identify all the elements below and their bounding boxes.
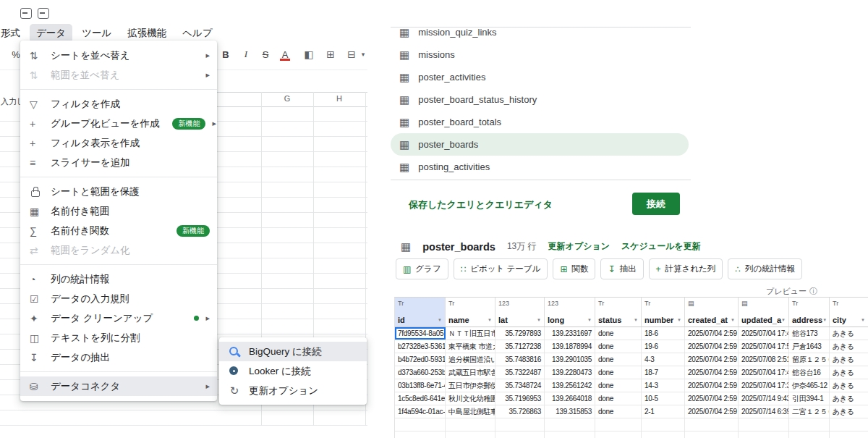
action-button-icon: + bbox=[656, 264, 661, 274]
table-detail-name: poster_boards bbox=[422, 241, 495, 253]
action-button[interactable]: ∴ 列の統計情報 bbox=[728, 258, 802, 279]
insert-icon[interactable] bbox=[20, 8, 32, 19]
cell-name: 秋川文化幼稚園 bbox=[446, 392, 495, 405]
connect-button[interactable]: 接続 bbox=[632, 193, 680, 215]
filter-icon[interactable]: ▼ bbox=[731, 318, 735, 322]
action-button[interactable]: ∷ ピボット テーブル bbox=[454, 258, 548, 279]
cell-name: ＮＴＴ旧五日市 bbox=[446, 327, 495, 340]
filter-icon[interactable]: ▼ bbox=[781, 318, 786, 322]
menu-item[interactable] bbox=[20, 89, 217, 90]
action-buttons: ▥ グラフ ∷ ピボット テーブル ⊞ 関数 ↧ 抽出 + 計算された列 bbox=[396, 258, 802, 279]
cell-status: done bbox=[595, 379, 642, 392]
list-bottom-divider bbox=[391, 180, 691, 180]
column-header[interactable]: Tr address ▼ bbox=[789, 298, 830, 327]
column-header[interactable]: ▤ created_at ▼ bbox=[685, 298, 739, 327]
data-connector-submenu: BigQuery に接続 Looker に接続 ↻ 更新オプション bbox=[219, 337, 367, 405]
cell-updated-at: 2025/07/04 17:5 bbox=[739, 340, 789, 353]
cell-name bbox=[446, 431, 495, 438]
italic-button[interactable]: I bbox=[237, 48, 255, 61]
menu-item[interactable]: ≡ スライサーを追加 bbox=[20, 153, 217, 172]
quick-access-icons bbox=[20, 8, 49, 19]
menu-item[interactable]: + グループ化ビューを作成 新機能 ▸ bbox=[20, 114, 217, 133]
menu-item[interactable]: ▦ 名前付き範囲 bbox=[20, 201, 217, 221]
menu-item[interactable] bbox=[20, 371, 217, 372]
bold-button[interactable]: B bbox=[217, 48, 234, 61]
action-button[interactable]: ▥ グラフ bbox=[396, 258, 448, 279]
column-header[interactable]: ▤ updated_a ▼ bbox=[739, 298, 789, 327]
action-button[interactable]: ⊞ 関数 bbox=[553, 258, 595, 279]
submenu-item[interactable]: ↻ 更新オプション bbox=[219, 381, 367, 400]
filter-icon[interactable]: ▼ bbox=[587, 318, 592, 322]
table-list-item[interactable]: ▦ poster_activities bbox=[391, 66, 689, 88]
menu-item[interactable]: ✦ データ クリーンアップ ▸ bbox=[20, 308, 217, 328]
menu-item-icon: ≡ bbox=[30, 156, 44, 169]
table-list-item[interactable]: ▦ poster_boards bbox=[391, 133, 689, 156]
column-header[interactable]: 123 long ▼ bbox=[545, 298, 595, 327]
strikethrough-button[interactable]: S bbox=[257, 48, 274, 61]
menu-item[interactable]: ⇅ シートを並べ替え ▸ bbox=[20, 46, 217, 65]
column-header[interactable]: 123 lat ▼ bbox=[495, 298, 545, 327]
menu-item-label: フィルタ表示を作成 bbox=[51, 137, 140, 150]
cell-lat bbox=[495, 431, 545, 438]
menu-item[interactable]: ⛁ データコネクタ ▸ bbox=[20, 376, 217, 396]
filter-icon[interactable]: ▼ bbox=[634, 318, 638, 322]
column-header-h[interactable]: H bbox=[313, 94, 365, 103]
column-header[interactable]: Tr id ▼ bbox=[395, 298, 446, 327]
table-name: posting_activities bbox=[418, 161, 490, 172]
update-schedule-link[interactable]: スケジュールを更新 bbox=[621, 240, 701, 253]
column-name: number bbox=[644, 316, 673, 324]
column-header[interactable]: Tr name ▼ bbox=[446, 298, 495, 327]
menu-item[interactable] bbox=[20, 264, 217, 265]
filter-icon[interactable]: ▼ bbox=[438, 318, 442, 322]
merge-cells-icon[interactable]: ⊟ bbox=[343, 48, 360, 61]
table-list-item[interactable]: ▦ mission_quiz_links bbox=[391, 21, 689, 43]
menu-item[interactable]: ⇄ 範囲をランダム化 bbox=[20, 240, 217, 260]
submenu-item[interactable]: BigQuery に接続 bbox=[219, 342, 367, 361]
menu-item[interactable]: ☑ データの入力規則 bbox=[20, 289, 217, 308]
insert-icon[interactable] bbox=[38, 8, 49, 19]
table-list-item[interactable]: ▦ posting_activities bbox=[391, 156, 689, 178]
menu-item[interactable]: ▽ フィルタを作成 bbox=[20, 94, 217, 114]
menu-item[interactable]: + フィルタ表示を作成 bbox=[20, 133, 217, 153]
borders-icon[interactable]: ⊞ bbox=[322, 48, 339, 61]
filter-icon[interactable]: ▼ bbox=[537, 318, 541, 322]
menu-item-label: テキストを列に分割 bbox=[51, 332, 140, 345]
saved-queries-link[interactable]: 保存したクエリとクエリエディタ bbox=[409, 198, 553, 211]
text-color-button[interactable]: A bbox=[276, 48, 294, 61]
filter-icon[interactable]: ▼ bbox=[822, 318, 827, 322]
column-type-icon: Tr bbox=[833, 300, 865, 307]
cell-city: あきる bbox=[830, 366, 868, 379]
cell-number: 4-3 bbox=[642, 353, 685, 366]
filter-icon[interactable]: ▼ bbox=[677, 318, 681, 322]
column-header[interactable]: Tr number ▼ bbox=[642, 298, 685, 327]
menu-item[interactable]: シートと範囲を保護 bbox=[20, 182, 217, 201]
filter-icon[interactable]: ▼ bbox=[488, 318, 492, 322]
action-button[interactable]: ↧ 抽出 bbox=[600, 258, 643, 279]
column-header[interactable]: Tr status ▼ bbox=[595, 298, 642, 327]
cell-status: done bbox=[595, 353, 642, 366]
info-icon[interactable]: ⓘ bbox=[809, 286, 817, 297]
table-list-item[interactable]: ▦ poster_board_status_history bbox=[391, 88, 689, 111]
column-header[interactable]: Tr city ▼ bbox=[830, 298, 868, 327]
menu-item-icon: + bbox=[30, 117, 44, 130]
menu-item[interactable]: ∑ 名前付き関数 新機能 bbox=[20, 221, 217, 240]
cell-id: 7fd95534-8a05- bbox=[395, 327, 446, 340]
column-header-g[interactable]: G bbox=[261, 94, 313, 103]
refresh-options-link[interactable]: 更新オプション bbox=[548, 240, 610, 253]
menu-item[interactable]: ◔ 列の統計情報 bbox=[20, 269, 217, 289]
table-list-item[interactable]: ▦ missions bbox=[391, 43, 689, 66]
table-name: poster_activities bbox=[418, 72, 485, 83]
chevron-down-icon[interactable]: ▾ bbox=[359, 48, 367, 61]
table-row: 7fd95534-8a05- ＮＴＴ旧五日市 35.7297893 139.23… bbox=[395, 327, 868, 340]
table-list-item[interactable]: ▦ poster_board_totals bbox=[391, 111, 689, 133]
menu-item[interactable]: ⇅ 範囲を並べ替え ▸ bbox=[20, 65, 217, 85]
action-button[interactable]: + 計算された列 bbox=[649, 258, 723, 279]
cell-city: あきる bbox=[830, 379, 868, 392]
filter-icon[interactable]: ▼ bbox=[861, 318, 865, 322]
menu-item[interactable]: ↧ データの抽出 bbox=[20, 348, 217, 367]
menu-item[interactable] bbox=[20, 177, 217, 177]
action-button-icon: ▥ bbox=[403, 264, 411, 274]
menu-item[interactable]: ◫ テキストを列に分割 bbox=[20, 328, 217, 348]
fill-color-icon[interactable]: ◧ bbox=[300, 48, 318, 61]
submenu-item[interactable]: Looker に接続 bbox=[219, 361, 367, 381]
